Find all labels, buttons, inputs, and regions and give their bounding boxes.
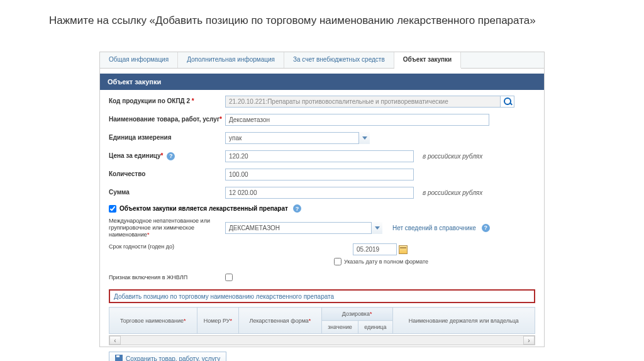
sum-input[interactable] bbox=[225, 187, 414, 199]
zhnvlp-checkbox[interactable] bbox=[225, 274, 233, 281]
chevron-down-icon bbox=[371, 222, 382, 234]
col-ru: Номер РУ* bbox=[197, 308, 239, 334]
chevron-down-icon bbox=[358, 132, 370, 144]
okpd-input[interactable] bbox=[225, 96, 501, 108]
label-unit: Единица измерения bbox=[109, 134, 225, 142]
scroll-track[interactable] bbox=[121, 336, 523, 345]
full-date-label: Указать дату в полном формате bbox=[344, 258, 428, 265]
col-form: Лекарственная форма* bbox=[239, 308, 321, 334]
tabs-bar: Общая информация Дополнительная информац… bbox=[100, 52, 544, 69]
tab-object[interactable]: Объект закупки bbox=[394, 52, 462, 69]
price-input[interactable] bbox=[225, 150, 414, 162]
calendar-icon[interactable] bbox=[399, 245, 408, 254]
mnn-select[interactable] bbox=[225, 222, 382, 234]
tab-general[interactable]: Общая информация bbox=[100, 52, 178, 68]
add-position-highlight: Добавить позицию по торговому наименован… bbox=[109, 289, 535, 303]
tab-budget[interactable]: За счет внебюджетных средств bbox=[284, 52, 394, 68]
app-window: Общая информация Дополнительная информац… bbox=[99, 52, 545, 347]
col-dosage-unit: единица bbox=[358, 321, 392, 334]
positions-table: Торговое наименование* Номер РУ* Лекарст… bbox=[109, 307, 535, 334]
label-name: Наименование товара, работ, услуг* bbox=[109, 116, 225, 123]
label-price: Цена за единицу* ? bbox=[109, 152, 225, 160]
save-button-label: Сохранить товар, работу, услугу bbox=[126, 355, 220, 361]
horizontal-scrollbar[interactable]: ‹ › bbox=[109, 335, 535, 345]
help-icon[interactable]: ? bbox=[293, 204, 301, 213]
mnn-value bbox=[225, 222, 382, 234]
col-holder: Наименование держателя или владельца bbox=[392, 308, 535, 334]
label-expiry: Срок годности (годен до) bbox=[109, 243, 225, 250]
full-date-checkbox[interactable] bbox=[334, 258, 341, 265]
is-drug-checkbox[interactable] bbox=[109, 205, 116, 213]
instruction-text: Нажмите на ссылку «Добавить позицию по т… bbox=[49, 14, 595, 28]
add-trade-position-link[interactable]: Добавить позицию по торговому наименован… bbox=[114, 293, 334, 300]
okpd-lookup bbox=[225, 96, 514, 108]
sum-suffix: в российских рублях bbox=[423, 189, 482, 196]
save-button[interactable]: Сохранить товар, работу, услугу bbox=[109, 352, 226, 361]
unit-select[interactable] bbox=[225, 132, 370, 144]
scroll-left-button[interactable]: ‹ bbox=[109, 336, 121, 345]
label-sum: Сумма bbox=[109, 189, 225, 196]
form-body: Код продукции по ОКПД 2 * Наименование т… bbox=[100, 90, 544, 345]
help-icon[interactable]: ? bbox=[167, 152, 175, 160]
col-trade-name: Торговое наименование* bbox=[109, 308, 197, 334]
label-okpd: Код продукции по ОКПД 2 * bbox=[109, 97, 225, 105]
tab-additional[interactable]: Дополнительная информация bbox=[178, 52, 284, 68]
col-dosage-value: значение bbox=[321, 321, 358, 334]
qty-input[interactable] bbox=[225, 169, 414, 181]
section-header: Объект закупки bbox=[100, 74, 544, 90]
save-icon bbox=[115, 355, 123, 361]
no-reference-link[interactable]: Нет сведений в справочнике bbox=[392, 225, 476, 231]
scroll-right-button[interactable]: › bbox=[523, 336, 535, 345]
is-drug-label: Объектом закупки является лекарственный … bbox=[119, 205, 288, 212]
label-qty: Количество bbox=[109, 170, 225, 178]
help-icon[interactable]: ? bbox=[482, 224, 490, 232]
label-zhnvlp: Признак включения в ЖНВЛП bbox=[109, 274, 225, 281]
okpd-search-button[interactable] bbox=[501, 96, 514, 108]
price-suffix: в российских рублях bbox=[423, 153, 482, 160]
search-icon bbox=[504, 97, 511, 105]
name-input[interactable] bbox=[225, 114, 489, 126]
col-dosage-group: Дозировка* bbox=[321, 308, 392, 321]
unit-value bbox=[225, 132, 370, 144]
label-mnn: Международное непатентованное или группи… bbox=[109, 218, 225, 238]
expiry-input[interactable] bbox=[353, 243, 397, 255]
